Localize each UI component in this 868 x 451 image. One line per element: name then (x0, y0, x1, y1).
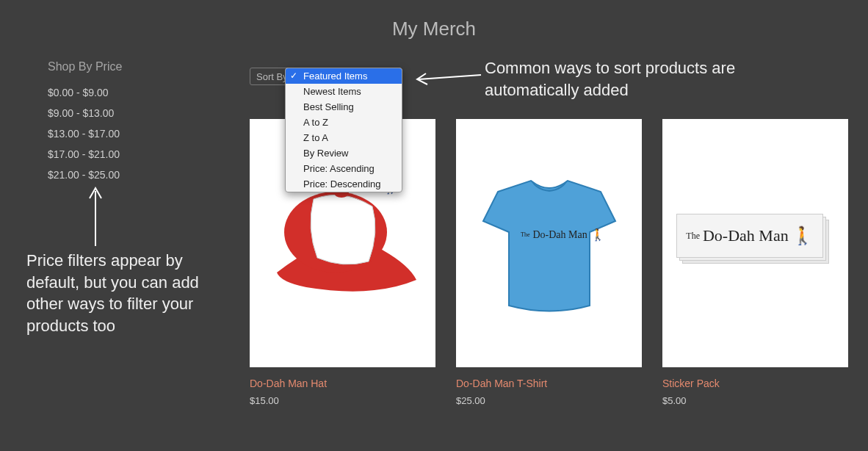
price-range-link[interactable]: $17.00 - $21.00 (48, 148, 195, 160)
sort-option-label: Price: Ascending (303, 163, 375, 174)
filter-heading: Shop By Price (48, 60, 195, 73)
sort-option-label: Featured Items (303, 71, 367, 82)
product-card[interactable]: The Do-Dah Man 🚶 Do-Dah Man T-Shirt $25.… (456, 119, 642, 406)
sort-option-atoz[interactable]: A to Z (286, 115, 402, 130)
arrow-icon (411, 66, 485, 88)
product-price: $5.00 (662, 395, 848, 406)
traveler-icon: 🚶 (590, 228, 605, 242)
filter-sidebar: Shop By Price $0.00 - $9.00 $9.00 - $13.… (48, 60, 195, 190)
sort-option-label: By Review (303, 148, 348, 159)
sort-control: Sort By ✓ Featured Items Newest Items Be… (250, 68, 301, 85)
logo-name: Do-Dah Man (532, 229, 587, 241)
sort-option-label: Best Selling (303, 101, 354, 112)
price-range-link[interactable]: $13.00 - $17.00 (48, 128, 195, 140)
product-name[interactable]: Sticker Pack (662, 378, 848, 389)
product-name[interactable]: Do-Dah Man Hat (250, 378, 435, 389)
page-title: My Merch (0, 0, 868, 40)
logo-the: The (521, 231, 529, 238)
sort-option-review[interactable]: By Review (286, 145, 402, 161)
sticker-stack: The Do-Dah Man 🚶 (676, 214, 834, 273)
arrow-icon (84, 184, 106, 250)
sort-option-bestselling[interactable]: Best Selling (286, 99, 402, 115)
traveler-icon: 🚶 (792, 226, 814, 246)
annotation-filter-note: Price filters appear by default, but you… (26, 250, 217, 337)
sort-option-featured[interactable]: ✓ Featured Items (286, 68, 402, 84)
product-name[interactable]: Do-Dah Man T-Shirt (456, 378, 642, 389)
sort-option-price-desc[interactable]: Price: Descending (286, 176, 402, 192)
sort-option-label: Price: Descending (303, 178, 381, 190)
sort-option-label: A to Z (303, 117, 328, 128)
logo-name: Do-Dah Man (703, 226, 789, 245)
price-range-link[interactable]: $21.00 - $25.00 (48, 169, 195, 181)
product-image: The Do-Dah Man 🚶 (456, 119, 642, 367)
check-icon: ✓ (290, 71, 297, 81)
sort-option-label: Z to A (303, 132, 328, 143)
brand-logo: The Do-Dah Man 🚶 (521, 228, 605, 242)
product-price: $15.00 (250, 395, 435, 406)
price-range-link[interactable]: $9.00 - $13.00 (48, 107, 195, 119)
price-range-link[interactable]: $0.00 - $9.00 (48, 87, 195, 98)
tshirt-icon (469, 162, 630, 324)
sort-option-newest[interactable]: Newest Items (286, 84, 402, 99)
sort-option-ztoa[interactable]: Z to A (286, 130, 402, 145)
sort-option-price-asc[interactable]: Price: Ascending (286, 161, 402, 176)
product-image: The Do-Dah Man 🚶 (662, 119, 848, 367)
annotation-sort-note: Common ways to sort products are automat… (485, 57, 800, 101)
product-card[interactable]: The Do-Dah Man 🚶 Sticker Pack $5.00 (662, 119, 848, 406)
product-price: $25.00 (456, 395, 642, 406)
logo-the: The (686, 231, 700, 242)
main-content: Sort By ✓ Featured Items Newest Items Be… (250, 68, 852, 406)
svg-line-2 (419, 75, 481, 79)
sort-dropdown: ✓ Featured Items Newest Items Best Selli… (285, 68, 402, 192)
brand-logo: The Do-Dah Man 🚶 (686, 226, 813, 246)
sort-option-label: Newest Items (303, 86, 361, 97)
